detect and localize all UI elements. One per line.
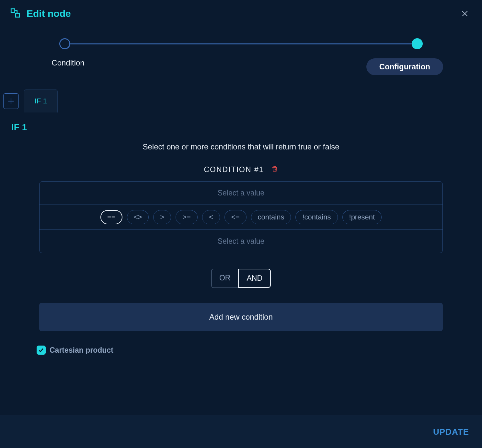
operator-gte[interactable]: >= [176, 210, 198, 224]
operator-not-contains[interactable]: !contains [295, 210, 338, 224]
svg-rect-0 [11, 9, 15, 12]
operator-lt[interactable]: < [202, 210, 220, 224]
cartesian-checkbox[interactable] [37, 346, 46, 355]
modal-title: Edit node [27, 8, 71, 19]
close-button[interactable] [461, 9, 469, 18]
step-pill-configuration[interactable]: Configuration [366, 58, 443, 75]
svg-rect-1 [16, 13, 19, 17]
operator-eq[interactable]: == [100, 210, 122, 224]
cartesian-label: Cartesian product [50, 346, 113, 355]
update-button[interactable]: UPDATE [433, 427, 469, 437]
progress-steps: Condition Configuration [0, 27, 482, 83]
logic-and-button[interactable]: AND [238, 269, 271, 288]
modal-header: Edit node [0, 0, 482, 27]
progress-line [65, 43, 417, 44]
step-configuration[interactable] [412, 38, 423, 49]
operator-neq[interactable]: <> [127, 210, 149, 224]
modal-footer: UPDATE [0, 416, 482, 448]
operator-lte[interactable]: <= [224, 210, 247, 224]
condition-header: CONDITION #1 [11, 165, 471, 174]
value-select-1[interactable]: Select a value [40, 182, 442, 205]
add-condition-button[interactable]: Add new condition [39, 303, 443, 331]
operators-row: == <> > >= < <= contains !contains !pres… [40, 205, 442, 230]
step-condition[interactable] [59, 38, 70, 49]
step-label-condition[interactable]: Condition [52, 58, 84, 67]
node-icon [10, 7, 21, 20]
content-area: IF 1 Select one or more conditions that … [0, 112, 482, 361]
condition-box: Select a value == <> > >= < <= contains … [39, 181, 443, 253]
header-left: Edit node [10, 7, 71, 20]
trash-icon[interactable] [271, 165, 278, 174]
step-dot-configuration [412, 38, 423, 49]
operator-contains[interactable]: contains [251, 210, 291, 224]
logic-or-button[interactable]: OR [211, 269, 238, 288]
instructions-text: Select one or more conditions that will … [11, 142, 471, 151]
operator-gt[interactable]: > [153, 210, 171, 224]
tab-if-1[interactable]: IF 1 [24, 89, 58, 112]
add-tab-button[interactable] [3, 93, 19, 109]
section-title: IF 1 [11, 122, 471, 133]
tabs-row: IF 1 [0, 89, 482, 112]
step-dot-condition [59, 38, 70, 49]
cartesian-product-row: Cartesian product [37, 346, 471, 355]
logic-toggle: OR AND [11, 269, 471, 288]
condition-number-label: CONDITION #1 [204, 165, 264, 174]
value-select-2[interactable]: Select a value [40, 230, 442, 253]
operator-not-present[interactable]: !present [342, 210, 382, 224]
